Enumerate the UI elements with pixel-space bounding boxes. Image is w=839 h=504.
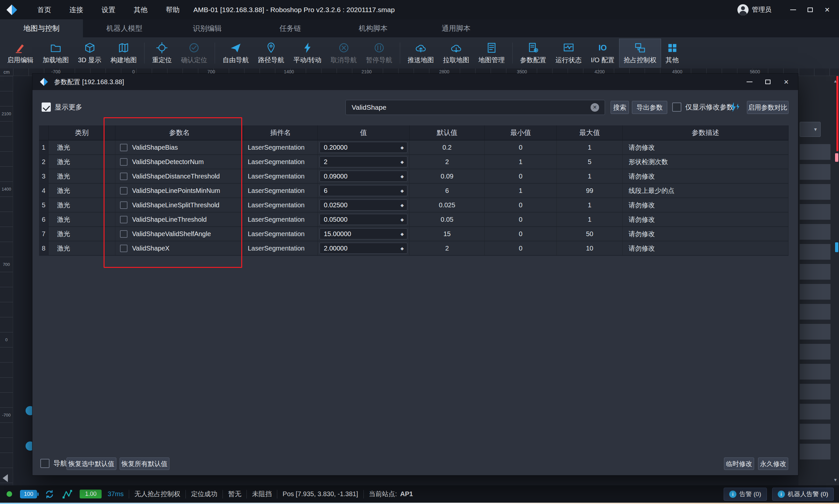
panel-dropdown[interactable]: ▼ — [800, 122, 821, 137]
user-menu[interactable]: 管理员 — [737, 4, 771, 15]
enable-edit-button[interactable]: 启用编辑 — [3, 39, 38, 68]
tab-general-script[interactable]: 通用脚本 — [415, 19, 497, 37]
value-spinner-icon[interactable]: ◆ — [401, 145, 404, 150]
row-value-input[interactable]: 0.05000 ◆ — [319, 214, 407, 225]
row-value-input[interactable]: 6 ◆ — [319, 185, 407, 196]
restore-all-defaults-button[interactable]: 恢复所有默认值 — [120, 457, 170, 470]
dialog-titlebar[interactable]: 参数配置 [192.168.3.88] ✕ — [32, 74, 798, 90]
robot-alarm-badge[interactable]: i 机器人告警 (0) — [772, 488, 834, 501]
dialog-close-button[interactable]: ✕ — [777, 74, 796, 90]
value-spinner-icon[interactable]: ◆ — [401, 160, 404, 164]
row-checkbox[interactable] — [120, 201, 127, 209]
value-spinner-icon[interactable]: ◆ — [401, 232, 404, 236]
scroll-down-icon[interactable]: ▼ — [832, 476, 839, 484]
free-nav-button[interactable]: 自由导航 — [218, 39, 254, 68]
menu-help[interactable]: 帮助 — [157, 0, 189, 19]
io-config-button[interactable]: IO I/O 配置 — [586, 39, 619, 68]
close-button[interactable]: ✕ — [819, 0, 836, 19]
search-button[interactable]: 搜索 — [611, 101, 629, 114]
value-spinner-icon[interactable]: ◆ — [401, 188, 404, 193]
restore-selected-defaults-button[interactable]: 恢复选中默认值 — [67, 457, 116, 470]
menu-settings[interactable]: 设置 — [92, 0, 124, 19]
row-min-value: 0 — [485, 241, 557, 256]
menu-home[interactable]: 首页 — [28, 0, 60, 19]
panel-collapse-arrow[interactable] — [3, 474, 8, 482]
toolbar-other-button[interactable]: 其他 — [661, 39, 683, 68]
row-checkbox[interactable] — [120, 144, 127, 151]
path-nav-button[interactable]: 路径导航 — [254, 39, 289, 68]
dialog-maximize-button[interactable] — [759, 74, 777, 90]
table-row[interactable]: 2 激光 ValidShapeDetectorNum LaserSegmenta… — [39, 155, 788, 169]
route-icon[interactable] — [62, 489, 72, 500]
row-value-input[interactable]: 0.09000 ◆ — [319, 170, 407, 182]
run-status-button[interactable]: 运行状态 — [551, 39, 586, 68]
value-spinner-icon[interactable]: ◆ — [401, 174, 404, 179]
menu-bar: 首页 连接 设置 其他 帮助 — [28, 0, 189, 19]
enable-param-compare-button[interactable]: 启用参数对比 — [747, 101, 788, 114]
checkbox-checked-icon[interactable] — [41, 103, 51, 112]
clear-search-icon[interactable]: ✕ — [591, 103, 599, 112]
row-checkbox[interactable] — [120, 173, 127, 180]
tab-mechanism-script[interactable]: 机构脚本 — [332, 19, 415, 37]
map-manage-button[interactable]: 地图管理 — [474, 39, 509, 68]
export-params-button[interactable]: 导出参数 — [632, 101, 667, 114]
table-row[interactable]: 8 激光 ValidShapeX LaserSegmentation 2.000… — [39, 241, 788, 256]
tab-map-control[interactable]: 地图与控制 — [0, 19, 83, 37]
maximize-icon — [765, 79, 770, 84]
row-checkbox[interactable] — [120, 230, 127, 238]
ruler-tick-label: 2100 — [0, 76, 13, 151]
row-index: 6 — [39, 213, 49, 227]
checkbox-unchecked-icon[interactable] — [672, 103, 681, 112]
param-config-button[interactable]: 参数配置 — [515, 39, 551, 68]
display-3d-button[interactable]: 3D 显示 — [73, 39, 106, 68]
table-row[interactable]: 5 激光 ValidShapeLineSplitThreshold LaserS… — [39, 198, 788, 213]
dialog-title: 参数配置 [192.168.3.88] — [54, 78, 124, 87]
value-spinner-icon[interactable]: ◆ — [401, 203, 404, 208]
table-row[interactable]: 4 激光 ValidShapeLinePointsMinNum LaserSeg… — [39, 184, 788, 198]
table-row[interactable]: 7 激光 ValidShapeValidShelfAngle LaserSegm… — [39, 227, 788, 241]
checkbox-unchecked-icon[interactable] — [40, 459, 50, 468]
relocate-button[interactable]: 重定位 — [147, 39, 176, 68]
table-row[interactable]: 6 激光 ValidShapeLineThreshold LaserSegmen… — [39, 213, 788, 227]
tab-robot-model[interactable]: 机器人模型 — [83, 19, 166, 37]
row-value-input[interactable]: 15.00000 ◆ — [319, 228, 407, 239]
row-value-input[interactable]: 0.02500 ◆ — [319, 199, 407, 211]
show-more-checkbox[interactable]: 显示更多 — [41, 103, 82, 112]
row-value-input[interactable]: 0.20000 ◆ — [319, 142, 407, 153]
nav-checkbox[interactable]: 导航 — [40, 459, 67, 468]
temp-modify-button[interactable]: 临时修改 — [724, 457, 754, 470]
translate-rotate-button[interactable]: 平动/转动 — [289, 39, 326, 68]
perm-modify-button[interactable]: 永久修改 — [758, 457, 788, 470]
tab-task-chain[interactable]: 任务链 — [249, 19, 332, 37]
row-checkbox[interactable] — [120, 187, 127, 195]
row-checkbox[interactable] — [120, 216, 127, 223]
value-spinner-icon[interactable]: ◆ — [401, 246, 404, 251]
build-map-button[interactable]: 构建地图 — [106, 39, 141, 68]
row-checkbox[interactable] — [120, 245, 127, 252]
row-checkbox[interactable] — [120, 158, 127, 166]
param-search-input[interactable] — [346, 100, 605, 115]
table-row[interactable]: 3 激光 ValidShapeDistanceThreshold LaserSe… — [39, 169, 788, 184]
pull-map-button[interactable]: 拉取地图 — [438, 39, 474, 68]
grab-control-button[interactable]: 抢占控制权 — [619, 39, 661, 68]
row-category: 激光 — [49, 198, 115, 213]
push-map-button[interactable]: 推送地图 — [403, 39, 438, 68]
tab-recognition-edit[interactable]: 识别编辑 — [166, 19, 249, 37]
menu-connect[interactable]: 连接 — [60, 0, 92, 19]
flash-refresh-icon[interactable] — [729, 102, 741, 113]
only-modified-checkbox[interactable]: 仅显示修改参数 — [672, 103, 733, 112]
table-row[interactable]: 1 激光 ValidShapeBias LaserSegmentation 0.… — [39, 141, 788, 155]
restore-button[interactable] — [802, 0, 819, 19]
load-map-button[interactable]: 加载地图 — [38, 39, 73, 68]
minimize-button[interactable] — [785, 0, 802, 19]
row-value-input[interactable]: 2 ◆ — [319, 156, 407, 167]
alarm-badge[interactable]: i 告警 (0) — [724, 488, 767, 501]
sync-icon[interactable] — [44, 489, 55, 500]
background-list-rows — [800, 144, 831, 462]
dialog-minimize-button[interactable] — [740, 74, 759, 90]
pause-circle-icon — [373, 41, 385, 54]
panel-scrollbar[interactable]: ▲ ▼ — [832, 76, 839, 485]
menu-other[interactable]: 其他 — [124, 0, 157, 19]
value-spinner-icon[interactable]: ◆ — [401, 217, 404, 222]
row-value-input[interactable]: 2.00000 ◆ — [319, 243, 407, 254]
